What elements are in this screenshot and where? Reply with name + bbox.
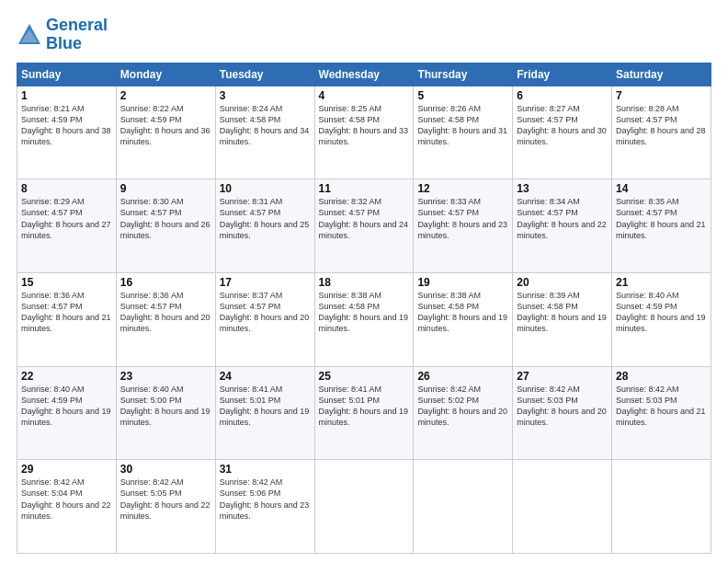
cell-info: Sunrise: 8:27 AMSunset: 4:57 PMDaylight:…: [517, 104, 607, 146]
cell-info: Sunrise: 8:42 AMSunset: 5:02 PMDaylight:…: [417, 385, 507, 427]
page: General Blue SundayMondayTuesdayWednesda…: [0, 0, 728, 563]
day-number: 31: [220, 463, 311, 476]
cell-info: Sunrise: 8:42 AMSunset: 5:04 PMDaylight:…: [21, 477, 111, 520]
cell-info: Sunrise: 8:35 AMSunset: 4:57 PMDaylight:…: [616, 197, 706, 239]
cell-info: Sunrise: 8:42 AMSunset: 5:03 PMDaylight:…: [616, 385, 706, 427]
day-number: 3: [220, 89, 311, 102]
cell-info: Sunrise: 8:38 AMSunset: 4:58 PMDaylight:…: [319, 291, 409, 333]
cell-info: Sunrise: 8:29 AMSunset: 4:57 PMDaylight:…: [21, 197, 111, 239]
cell-info: Sunrise: 8:24 AMSunset: 4:58 PMDaylight:…: [220, 104, 310, 146]
calendar-cell: 8Sunrise: 8:29 AMSunset: 4:57 PMDaylight…: [17, 179, 117, 273]
week-row-2: 8Sunrise: 8:29 AMSunset: 4:57 PMDaylight…: [17, 179, 711, 273]
calendar-cell: 29Sunrise: 8:42 AMSunset: 5:04 PMDayligh…: [17, 460, 117, 554]
day-number: 6: [517, 89, 608, 102]
logo: General Blue: [17, 17, 108, 53]
day-number: 8: [21, 182, 112, 195]
week-row-4: 22Sunrise: 8:40 AMSunset: 4:59 PMDayligh…: [17, 366, 711, 460]
calendar-cell: 27Sunrise: 8:42 AMSunset: 5:03 PMDayligh…: [513, 366, 612, 460]
day-number: 9: [120, 182, 211, 195]
day-number: 25: [319, 370, 410, 383]
day-number: 12: [417, 182, 508, 195]
calendar-cell: 26Sunrise: 8:42 AMSunset: 5:02 PMDayligh…: [414, 366, 513, 460]
calendar-cell: [414, 460, 513, 554]
calendar-cell: [513, 460, 612, 554]
cell-info: Sunrise: 8:21 AMSunset: 4:59 PMDaylight:…: [21, 104, 111, 146]
calendar-cell: 25Sunrise: 8:41 AMSunset: 5:01 PMDayligh…: [314, 366, 414, 460]
calendar-cell: 5Sunrise: 8:26 AMSunset: 4:58 PMDaylight…: [414, 86, 513, 179]
calendar-cell: 4Sunrise: 8:25 AMSunset: 4:58 PMDaylight…: [314, 86, 414, 179]
cell-info: Sunrise: 8:39 AMSunset: 4:58 PMDaylight:…: [517, 291, 607, 333]
calendar-cell: 9Sunrise: 8:30 AMSunset: 4:57 PMDaylight…: [116, 179, 215, 273]
cell-info: Sunrise: 8:42 AMSunset: 5:05 PMDaylight:…: [120, 477, 210, 520]
week-row-1: 1Sunrise: 8:21 AMSunset: 4:59 PMDaylight…: [17, 86, 711, 179]
day-header-monday: Monday: [116, 63, 215, 86]
cell-info: Sunrise: 8:42 AMSunset: 5:03 PMDaylight:…: [517, 385, 607, 427]
day-header-wednesday: Wednesday: [314, 63, 414, 86]
cell-info: Sunrise: 8:31 AMSunset: 4:57 PMDaylight:…: [220, 197, 310, 239]
calendar-cell: 22Sunrise: 8:40 AMSunset: 4:59 PMDayligh…: [17, 366, 117, 460]
calendar-cell: 19Sunrise: 8:38 AMSunset: 4:58 PMDayligh…: [414, 272, 513, 366]
day-number: 5: [417, 89, 508, 102]
cell-info: Sunrise: 8:40 AMSunset: 4:59 PMDaylight:…: [21, 385, 111, 427]
calendar-cell: 20Sunrise: 8:39 AMSunset: 4:58 PMDayligh…: [513, 272, 612, 366]
day-number: 30: [120, 463, 211, 476]
day-number: 18: [319, 276, 410, 289]
logo-text: General Blue: [46, 17, 108, 53]
cell-info: Sunrise: 8:22 AMSunset: 4:59 PMDaylight:…: [120, 104, 210, 146]
day-number: 2: [120, 89, 211, 102]
calendar-cell: 3Sunrise: 8:24 AMSunset: 4:58 PMDaylight…: [215, 86, 314, 179]
calendar-cell: 7Sunrise: 8:28 AMSunset: 4:57 PMDaylight…: [612, 86, 711, 179]
cell-info: Sunrise: 8:32 AMSunset: 4:57 PMDaylight:…: [319, 197, 409, 239]
day-number: 21: [616, 276, 707, 289]
cell-info: Sunrise: 8:36 AMSunset: 4:57 PMDaylight:…: [21, 291, 111, 333]
header: General Blue: [17, 17, 711, 53]
cell-info: Sunrise: 8:38 AMSunset: 4:58 PMDaylight:…: [417, 291, 507, 333]
calendar-cell: 14Sunrise: 8:35 AMSunset: 4:57 PMDayligh…: [612, 179, 711, 273]
calendar-cell: [612, 460, 711, 554]
day-number: 23: [120, 370, 211, 383]
calendar-cell: 31Sunrise: 8:42 AMSunset: 5:06 PMDayligh…: [215, 460, 314, 554]
day-number: 15: [21, 276, 112, 289]
day-number: 4: [319, 89, 410, 102]
cell-info: Sunrise: 8:26 AMSunset: 4:58 PMDaylight:…: [417, 104, 507, 146]
day-number: 13: [517, 182, 608, 195]
day-header-tuesday: Tuesday: [215, 63, 314, 86]
calendar-cell: 21Sunrise: 8:40 AMSunset: 4:59 PMDayligh…: [612, 272, 711, 366]
calendar-cell: 12Sunrise: 8:33 AMSunset: 4:57 PMDayligh…: [414, 179, 513, 273]
cell-info: Sunrise: 8:42 AMSunset: 5:06 PMDaylight:…: [220, 477, 310, 520]
calendar-cell: 30Sunrise: 8:42 AMSunset: 5:05 PMDayligh…: [116, 460, 215, 554]
day-number: 28: [616, 370, 707, 383]
calendar-cell: [314, 460, 414, 554]
header-row: SundayMondayTuesdayWednesdayThursdayFrid…: [17, 63, 711, 86]
cell-info: Sunrise: 8:41 AMSunset: 5:01 PMDaylight:…: [220, 385, 310, 427]
cell-info: Sunrise: 8:41 AMSunset: 5:01 PMDaylight:…: [319, 385, 409, 427]
day-number: 19: [417, 276, 508, 289]
day-number: 1: [21, 89, 112, 102]
day-number: 24: [220, 370, 311, 383]
calendar-cell: 10Sunrise: 8:31 AMSunset: 4:57 PMDayligh…: [215, 179, 314, 273]
day-number: 7: [616, 89, 707, 102]
calendar-cell: 11Sunrise: 8:32 AMSunset: 4:57 PMDayligh…: [314, 179, 414, 273]
day-number: 29: [21, 463, 112, 476]
calendar-cell: 16Sunrise: 8:36 AMSunset: 4:57 PMDayligh…: [116, 272, 215, 366]
day-number: 16: [120, 276, 211, 289]
cell-info: Sunrise: 8:30 AMSunset: 4:57 PMDaylight:…: [120, 197, 210, 239]
day-number: 10: [220, 182, 311, 195]
calendar-cell: 15Sunrise: 8:36 AMSunset: 4:57 PMDayligh…: [17, 272, 117, 366]
cell-info: Sunrise: 8:28 AMSunset: 4:57 PMDaylight:…: [616, 104, 706, 146]
week-row-5: 29Sunrise: 8:42 AMSunset: 5:04 PMDayligh…: [17, 460, 711, 554]
cell-info: Sunrise: 8:40 AMSunset: 5:00 PMDaylight:…: [120, 385, 210, 427]
day-number: 26: [417, 370, 508, 383]
calendar-cell: 17Sunrise: 8:37 AMSunset: 4:57 PMDayligh…: [215, 272, 314, 366]
cell-info: Sunrise: 8:40 AMSunset: 4:59 PMDaylight:…: [616, 291, 706, 333]
calendar-cell: 6Sunrise: 8:27 AMSunset: 4:57 PMDaylight…: [513, 86, 612, 179]
day-number: 14: [616, 182, 707, 195]
calendar-cell: 23Sunrise: 8:40 AMSunset: 5:00 PMDayligh…: [116, 366, 215, 460]
day-number: 22: [21, 370, 112, 383]
day-number: 27: [517, 370, 608, 383]
day-header-friday: Friday: [513, 63, 612, 86]
day-header-saturday: Saturday: [612, 63, 711, 86]
calendar-cell: 1Sunrise: 8:21 AMSunset: 4:59 PMDaylight…: [17, 86, 117, 179]
day-number: 17: [220, 276, 311, 289]
day-header-thursday: Thursday: [414, 63, 513, 86]
